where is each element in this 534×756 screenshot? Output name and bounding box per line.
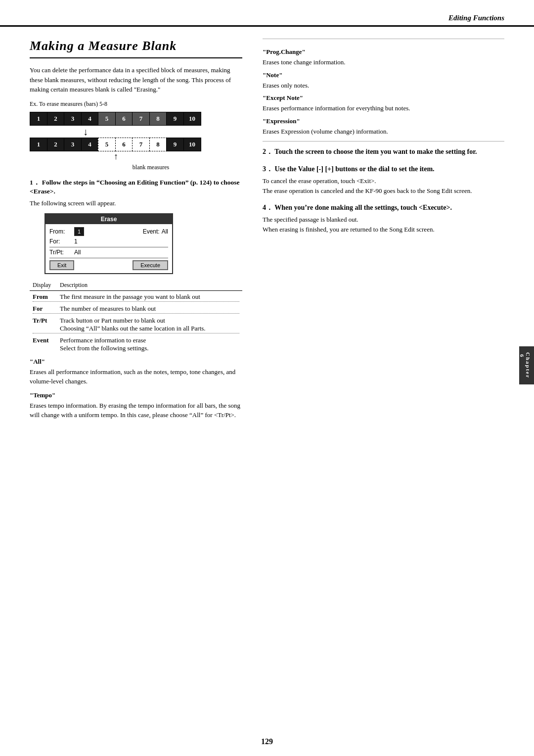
- expression-body: Erases Expression (volume change) inform…: [263, 127, 504, 137]
- measure-cell-1-10: 10: [183, 112, 201, 126]
- for-label: For: [33, 305, 43, 312]
- erase-trpt-value: All: [74, 249, 81, 256]
- page-title: Making a Measure Blank: [30, 39, 242, 58]
- erase-row-trpt: Tr/Pt: All: [49, 249, 168, 256]
- event-setting-expression: "Expression" Erases Expression (volume c…: [263, 117, 504, 142]
- event-desc: Performance information to erase Select …: [57, 334, 242, 353]
- measure-row-1: 1 2 3 4 5 6 7 8 9 10: [30, 112, 242, 126]
- erase-divider-2: [49, 258, 168, 258]
- measure-cell-2-10: 10: [183, 138, 201, 151]
- example-label: Ex. To erase measures (bars) 5-8: [30, 100, 242, 108]
- erase-exit-btn[interactable]: Exit: [49, 260, 74, 270]
- measure-cell-2-1: 1: [30, 138, 47, 151]
- tempo-heading: "Tempo": [30, 391, 242, 399]
- erase-footer: Exit Execute: [49, 260, 168, 270]
- event-setting-note: "Note" Erases only notes.: [263, 71, 504, 91]
- intro-text: You can delete the performance data in a…: [30, 65, 242, 94]
- measure-cell-1-8: 8: [149, 112, 167, 126]
- down-arrow-icon: ↓: [83, 127, 88, 137]
- erase-for-label: For:: [49, 238, 74, 245]
- blank-arrow-icon: ↑: [30, 151, 242, 162]
- from-label: From: [33, 293, 48, 300]
- trpt-label: Tr/Pt: [33, 317, 47, 324]
- erase-divider-1: [49, 247, 168, 247]
- step-4-number: 4．: [263, 204, 273, 211]
- measure-row-2: 1 2 3 4 5 6 7 8 9 10: [30, 138, 242, 151]
- event-desc-text: Performance information to erase: [60, 336, 146, 344]
- measure-cell-1-7: 7: [132, 112, 150, 126]
- table-row-trpt: Tr/Pt Track button or Part number to bla…: [30, 315, 242, 333]
- trpt-desc-text: Track button or Part number to blank out: [60, 317, 165, 324]
- right-column: "Prog.Change" Erases tone change informa…: [258, 27, 504, 732]
- erase-from-label: From:: [49, 228, 74, 235]
- measure-cell-1-2: 2: [47, 112, 65, 126]
- note-heading: "Note": [263, 71, 504, 79]
- measure-cell-1-5: 5: [98, 112, 116, 126]
- measure-cell-2-8: 8: [149, 138, 167, 151]
- from-display: From: [30, 290, 57, 301]
- measure-cell-2-6: 6: [115, 138, 133, 151]
- main-content: Making a Measure Blank You can delete th…: [0, 27, 534, 732]
- step-4-body-1: The specified passage is blanked out.: [263, 215, 504, 225]
- table-row-from: From The first measure in the passage yo…: [30, 290, 242, 301]
- tempo-body: Erases tempo information. By erasing the…: [30, 401, 242, 420]
- step-2-number: 2．: [263, 148, 273, 155]
- step-1-header: 1．Follow the steps in “Choosing an Editi…: [30, 178, 242, 197]
- event-display: Event: [30, 334, 57, 353]
- step-3-section: 3． Use the Value [-] [+] buttons or the …: [263, 164, 504, 195]
- step-1-sub: The following screen will appear.: [30, 198, 242, 208]
- measure-cell-1-4: 4: [81, 112, 99, 126]
- table-row-for: For The number of measures to blank out: [30, 303, 242, 313]
- col-display: Display: [30, 280, 57, 291]
- erase-execute-btn[interactable]: Execute: [133, 260, 168, 270]
- erase-row-from-event: From: 1 Event: All: [49, 227, 168, 236]
- except-note-heading: "Except Note": [263, 94, 504, 102]
- right-event-settings-top: "Prog.Change" Erases tone change informa…: [263, 39, 504, 142]
- erase-screen-body: From: 1 Event: All For: 1 Tr/Pt: All: [45, 224, 172, 273]
- from-desc: The first measure in the passage you wan…: [57, 290, 242, 301]
- step-2-header: 2． Touch the screen to choose the item y…: [263, 146, 504, 157]
- measure-cell-1-6: 6: [115, 112, 133, 126]
- step-3-body-2: The erase operation is canceled and the …: [263, 186, 504, 196]
- step-1-section: 1．Follow the steps in “Choosing an Editi…: [30, 178, 242, 208]
- measure-cell-2-5: 5: [98, 138, 116, 151]
- all-body: Erases all performance information, such…: [30, 367, 242, 386]
- event-setting-except-note: "Except Note" Erases performance informa…: [263, 94, 504, 113]
- display-table: Display Description From The first measu…: [30, 280, 242, 353]
- measure-cell-1-9: 9: [166, 112, 184, 126]
- erase-screen-title: Erase: [45, 214, 172, 224]
- measure-cell-2-3: 3: [64, 138, 82, 151]
- page-header: Editing Functions: [0, 0, 534, 27]
- header-title: Editing Functions: [448, 14, 504, 22]
- erase-for-value: 1: [74, 238, 78, 245]
- measure-cell-2-2: 2: [47, 138, 65, 151]
- measure-cell-1-1: 1: [30, 112, 47, 126]
- step-3-header: 3． Use the Value [-] [+] buttons or the …: [263, 164, 504, 174]
- table-header: Display Description: [30, 280, 242, 291]
- page-footer: 129: [0, 732, 534, 756]
- measure-cell-2-9: 9: [166, 138, 184, 151]
- measure-cell-2-7: 7: [132, 138, 150, 151]
- dotted-line-2: [33, 313, 239, 314]
- erase-trpt-label: Tr/Pt:: [49, 249, 74, 256]
- measure-diagram: 1 2 3 4 5 6 7 8 9 10 ↓ 1 2: [30, 112, 242, 171]
- from-desc-text: The first measure in the passage you wan…: [60, 293, 200, 300]
- table-header-row: Display Description: [30, 280, 242, 291]
- for-desc: The number of measures to blank out: [57, 303, 242, 313]
- step-1-text: Follow the steps in “Choosing an Editing…: [30, 179, 240, 195]
- page-container: Editing Functions Making a Measure Blank…: [0, 0, 534, 756]
- erase-event-value: All: [162, 228, 168, 235]
- step-4-header: 4． When you’re done making all the setti…: [263, 202, 504, 213]
- trpt-display: Tr/Pt: [30, 315, 57, 333]
- measure-cell-1-3: 3: [64, 112, 82, 126]
- erase-from-value: 1: [74, 227, 84, 236]
- step-4-text: When you’re done making all the settings…: [274, 204, 452, 211]
- measure-cell-2-4: 4: [81, 138, 99, 151]
- step-4-section: 4． When you’re done making all the setti…: [263, 202, 504, 234]
- trpt-desc2-text: Choosing “All” blanks out the same locat…: [60, 325, 206, 332]
- erase-row-for: For: 1: [49, 238, 168, 245]
- table-body: From The first measure in the passage yo…: [30, 290, 242, 353]
- dotted-line-3: [33, 333, 239, 333]
- dotted-line-1: [33, 301, 239, 302]
- table-row-event: Event Performance information to erase S…: [30, 334, 242, 353]
